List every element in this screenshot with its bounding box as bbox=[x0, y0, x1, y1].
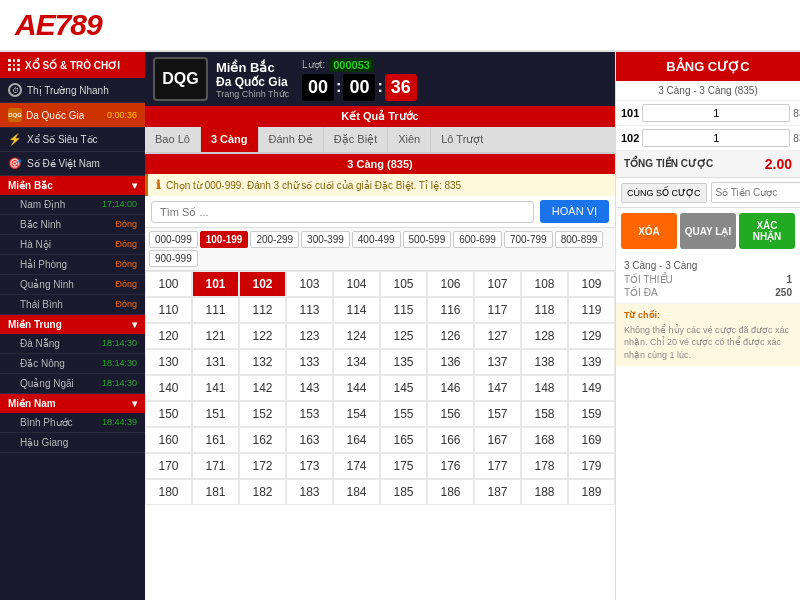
range-500-599[interactable]: 500-599 bbox=[403, 231, 452, 248]
number-cell[interactable]: 151 bbox=[192, 401, 239, 427]
number-cell[interactable]: 118 bbox=[521, 297, 568, 323]
number-cell[interactable]: 152 bbox=[239, 401, 286, 427]
hoan-vi-button[interactable]: HOÀN VỊ bbox=[540, 200, 609, 223]
sidebar-item-thi-truong[interactable]: ⏱ Thị Trường Nhanh bbox=[0, 78, 145, 103]
number-cell[interactable]: 178 bbox=[521, 453, 568, 479]
range-400-499[interactable]: 400-499 bbox=[352, 231, 401, 248]
sidebar-item-quang-ninh[interactable]: Quảng Ninh Đóng bbox=[0, 275, 145, 295]
number-cell[interactable]: 127 bbox=[474, 323, 521, 349]
range-900-999[interactable]: 900-999 bbox=[149, 250, 198, 267]
number-cell[interactable]: 187 bbox=[474, 479, 521, 505]
sidebar-item-da-nang[interactable]: Đà Nẵng 18:14:30 bbox=[0, 334, 145, 354]
number-cell[interactable]: 121 bbox=[192, 323, 239, 349]
number-cell[interactable]: 188 bbox=[521, 479, 568, 505]
sidebar-item-dac-nong[interactable]: Đắc Nông 18:14:30 bbox=[0, 354, 145, 374]
number-cell[interactable]: 103 bbox=[286, 271, 333, 297]
number-cell[interactable]: 108 bbox=[521, 271, 568, 297]
mien-bac-region[interactable]: Miền Bắc ▾ bbox=[0, 176, 145, 195]
number-cell[interactable]: 140 bbox=[145, 375, 192, 401]
number-cell[interactable]: 173 bbox=[286, 453, 333, 479]
number-cell[interactable]: 125 bbox=[380, 323, 427, 349]
number-cell[interactable]: 169 bbox=[568, 427, 615, 453]
number-cell[interactable]: 172 bbox=[239, 453, 286, 479]
sidebar-item-ha-noi[interactable]: Hà Nội Đóng bbox=[0, 235, 145, 255]
number-cell[interactable]: 131 bbox=[192, 349, 239, 375]
number-cell[interactable]: 158 bbox=[521, 401, 568, 427]
number-cell[interactable]: 165 bbox=[380, 427, 427, 453]
number-cell[interactable]: 135 bbox=[380, 349, 427, 375]
number-cell[interactable]: 168 bbox=[521, 427, 568, 453]
number-cell[interactable]: 176 bbox=[427, 453, 474, 479]
sidebar-item-so-de[interactable]: 🎯 Số Đề Việt Nam bbox=[0, 152, 145, 176]
number-cell[interactable]: 174 bbox=[333, 453, 380, 479]
range-700-799[interactable]: 700-799 bbox=[504, 231, 553, 248]
number-cell[interactable]: 153 bbox=[286, 401, 333, 427]
number-cell[interactable]: 180 bbox=[145, 479, 192, 505]
xac-nhan-button[interactable]: XÁC NHẬN bbox=[739, 213, 795, 249]
number-cell[interactable]: 112 bbox=[239, 297, 286, 323]
number-cell[interactable]: 117 bbox=[474, 297, 521, 323]
number-cell[interactable]: 170 bbox=[145, 453, 192, 479]
sidebar-item-sieu-toc[interactable]: ⚡ Xổ Số Siêu Tốc bbox=[0, 128, 145, 152]
number-cell[interactable]: 147 bbox=[474, 375, 521, 401]
range-000-099[interactable]: 000-099 bbox=[149, 231, 198, 248]
bet-amount-102[interactable] bbox=[642, 129, 790, 147]
number-cell[interactable]: 177 bbox=[474, 453, 521, 479]
sidebar-item-hai-phong[interactable]: Hải Phòng Đóng bbox=[0, 255, 145, 275]
number-cell[interactable]: 182 bbox=[239, 479, 286, 505]
number-cell[interactable]: 129 bbox=[568, 323, 615, 349]
number-cell[interactable]: 128 bbox=[521, 323, 568, 349]
number-cell[interactable]: 150 bbox=[145, 401, 192, 427]
bet-amount-101[interactable] bbox=[642, 104, 790, 122]
number-cell[interactable]: 144 bbox=[333, 375, 380, 401]
xoa-button[interactable]: XÓA bbox=[621, 213, 677, 249]
number-cell[interactable]: 149 bbox=[568, 375, 615, 401]
number-cell[interactable]: 161 bbox=[192, 427, 239, 453]
so-tien-cuoc-input[interactable] bbox=[711, 182, 800, 203]
number-cell[interactable]: 181 bbox=[192, 479, 239, 505]
number-cell[interactable]: 141 bbox=[192, 375, 239, 401]
tab-danh-de[interactable]: Đánh Đề bbox=[259, 127, 324, 152]
range-100-199[interactable]: 100-199 bbox=[200, 231, 249, 248]
quay-lai-button[interactable]: QUAY LẠI bbox=[680, 213, 736, 249]
number-cell[interactable]: 146 bbox=[427, 375, 474, 401]
number-cell[interactable]: 101 bbox=[192, 271, 239, 297]
number-cell[interactable]: 155 bbox=[380, 401, 427, 427]
number-cell[interactable]: 136 bbox=[427, 349, 474, 375]
mien-trung-region[interactable]: Miền Trung ▾ bbox=[0, 315, 145, 334]
cung-so-button[interactable]: CÙNG SỐ CƯỢC bbox=[621, 183, 707, 203]
number-cell[interactable]: 100 bbox=[145, 271, 192, 297]
sidebar-item-quang-ngai[interactable]: Quảng Ngãi 18:14:30 bbox=[0, 374, 145, 394]
number-cell[interactable]: 167 bbox=[474, 427, 521, 453]
tab-lo-truot[interactable]: Lô Trượt bbox=[431, 127, 493, 152]
number-cell[interactable]: 139 bbox=[568, 349, 615, 375]
number-cell[interactable]: 166 bbox=[427, 427, 474, 453]
number-cell[interactable]: 183 bbox=[286, 479, 333, 505]
number-cell[interactable]: 184 bbox=[333, 479, 380, 505]
number-cell[interactable]: 162 bbox=[239, 427, 286, 453]
tab-bao-lo[interactable]: Bao Lô bbox=[145, 127, 201, 152]
range-800-899[interactable]: 800-899 bbox=[555, 231, 604, 248]
mien-nam-region[interactable]: Miền Nam ▾ bbox=[0, 394, 145, 413]
number-cell[interactable]: 171 bbox=[192, 453, 239, 479]
sidebar-item-binh-phuoc[interactable]: Bình Phước 18:44:39 bbox=[0, 413, 145, 433]
sidebar-item-thai-binh[interactable]: Thái Bình Đóng bbox=[0, 295, 145, 315]
number-cell[interactable]: 159 bbox=[568, 401, 615, 427]
number-cell[interactable]: 138 bbox=[521, 349, 568, 375]
number-cell[interactable]: 145 bbox=[380, 375, 427, 401]
number-cell[interactable]: 143 bbox=[286, 375, 333, 401]
number-cell[interactable]: 137 bbox=[474, 349, 521, 375]
search-input[interactable] bbox=[151, 201, 534, 223]
number-cell[interactable]: 130 bbox=[145, 349, 192, 375]
number-cell[interactable]: 154 bbox=[333, 401, 380, 427]
number-cell[interactable]: 186 bbox=[427, 479, 474, 505]
number-cell[interactable]: 163 bbox=[286, 427, 333, 453]
number-cell[interactable]: 175 bbox=[380, 453, 427, 479]
number-cell[interactable]: 148 bbox=[521, 375, 568, 401]
number-cell[interactable]: 133 bbox=[286, 349, 333, 375]
range-300-399[interactable]: 300-399 bbox=[301, 231, 350, 248]
ket-qua-btn[interactable]: Kết Quả Trước bbox=[145, 106, 615, 127]
number-cell[interactable]: 109 bbox=[568, 271, 615, 297]
sidebar-item-hau-giang[interactable]: Hậu Giang bbox=[0, 433, 145, 453]
number-cell[interactable]: 126 bbox=[427, 323, 474, 349]
